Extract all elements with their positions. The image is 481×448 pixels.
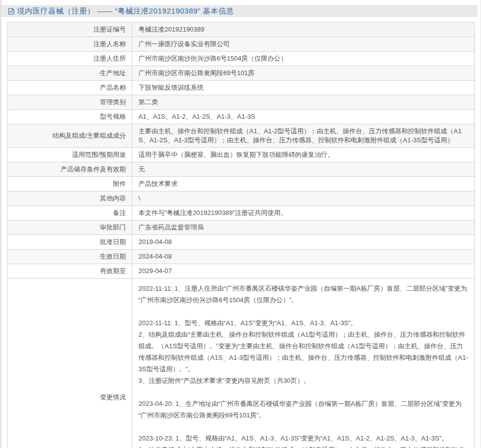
table-row: 管理类别第二类 [8,95,475,110]
change-paragraph-line: 3、注册证附件“产品技术要求”变更内容见附页（共30页）。 [138,375,468,386]
table-row: 型号规格A1、A1S、A1-2、A1-2S、A1-3、A1-3S [8,110,475,124]
row-value: 2024-04-08 [132,250,475,264]
row-label: 管理类别 [8,95,132,110]
document-icon [8,8,15,15]
row-label: 型号规格 [8,110,132,124]
row-value: 广州市南沙区南沙街兴沙路6号1504房（仅限办公） [132,52,475,66]
row-label: 批准日期 [8,235,132,250]
registration-info-table: 注册证编号粤械注准20192190389注册人名称广州一康医疗设备实业有限公司注… [7,22,475,448]
row-label: 注册人住所 [8,52,132,66]
row-value: 产品技术要求 [132,177,475,191]
row-value: \ [132,191,475,206]
row-value: 适用于脑卒中（脑梗塞、脑出血）恢复期下肢功能障碍的康复治疗。 [132,148,475,162]
row-value: 无 [132,162,475,177]
change-paragraph: 2023-04-20: 1、生产地址由“广州市番禺区石楼镇华姿产业园（自编第一期… [138,398,468,421]
row-label: 其他内容 [8,191,132,206]
change-paragraph-line: 2022-11-11: 1、型号、规格由“A1、A1S”变更为“A1、A1S、A… [138,317,468,329]
change-paragraph: 2022-11-11: 1、注册人住所由“广州市番禺区石楼镇华姿产业园（自编第一… [138,283,468,306]
table-row: 生效日期2024-04-08 [8,250,475,264]
change-paragraph-line: 2023-04-20: 1、生产地址由“广州市番禺区石楼镇华姿产业园（自编第一期… [138,398,468,421]
row-label: 附件 [8,177,132,191]
page-left-margin [0,0,2,448]
change-paragraph: 2023-10-23: 1、型号、规格由“A1、A1S、A1-3、A1-3S”变… [138,432,468,448]
change-paragraph-line: 2022-11-11: 1、注册人住所由“广州市番禺区石楼镇华姿产业园（自编第一… [138,283,468,306]
table-row: 产品储存条件及有效期无 [8,162,475,177]
table-row: 注册人名称广州一康医疗设备实业有限公司 [8,37,475,52]
row-value: A1、A1S、A1-2、A1-2S、A1-3、A1-3S [132,110,475,124]
row-value: 粤械注准20192190389 [132,23,475,37]
table-row: 适用范围/预期用途适用于脑卒中（脑梗塞、脑出血）恢复期下肢功能障碍的康复治疗。 [8,148,475,162]
row-label: 生产地址 [8,66,132,81]
row-value: 广东省药品监督管理局 [132,220,475,235]
table-row: 注册人住所广州市南沙区南沙街兴沙路6号1504房（仅限办公） [8,52,475,66]
row-label: 产品名称 [8,81,132,95]
row-label: 适用范围/预期用途 [8,148,132,162]
table-row: 有效期至2029-04-07 [8,264,475,279]
page-header: 境内医疗器械（注册） —— “粤械注准20192190389” 基本信息 [2,5,477,17]
row-label: 生效日期 [8,250,132,264]
row-value: 广州一康医疗设备实业有限公司 [132,37,475,52]
table-row: 附件产品技术要求 [8,177,475,191]
row-value: 2019-04-08 [132,235,475,250]
row-label: 注册证编号 [8,23,132,37]
table-row: 其他内容\ [8,191,475,206]
row-label: 审批部门 [8,220,132,235]
row-label: 注册人名称 [8,37,132,52]
table-row: 审批部门广东省药品监督管理局 [8,220,475,235]
table-row: 产品名称下肢智能反馈训练系统 [8,81,475,95]
row-value: 下肢智能反馈训练系统 [132,81,475,95]
row-value: 2029-04-07 [132,264,475,279]
row-label: 产品储存条件及有效期 [8,162,132,177]
table-row: 备注本文件与“粤械注准20192190389”注册证共同使用。 [8,206,475,220]
change-paragraph-line: 2023-10-23: 1、型号、规格由“A1、A1S、A1-3、A1-3S”变… [138,432,468,444]
change-history-row: 变更情况2022-11-11: 1、注册人住所由“广州市番禺区石楼镇华姿产业园（… [8,279,475,448]
change-history-value: 2022-11-11: 1、注册人住所由“广州市番禺区石楼镇华姿产业园（自编第一… [132,279,475,448]
row-label: 结构及组成/主要组成成分 [8,124,132,148]
table-row: 生产地址广州市南沙区市南公路黄阁段69号101房 [8,66,475,81]
change-paragraph: 2022-11-11: 1、型号、规格由“A1、A1S”变更为“A1、A1S、A… [138,317,468,386]
page-title: 境内医疗器械（注册） —— “粤械注准20192190389” 基本信息 [17,7,234,16]
row-value: 第二类 [132,95,475,110]
row-label: 变更情况 [8,279,132,448]
change-paragraph-line: 2、结构及组成由“主要由主机、操作台和控制软件组成（A1型号适用）；由主机、操作… [138,444,468,448]
row-value: 广州市南沙区市南公路黄阁段69号101房 [132,66,475,81]
change-paragraph-line: 2、结构及组成由“主要由主机、操作台和控制软件组成（A1型号适用）；由主机、操作… [138,329,468,375]
row-label: 备注 [8,206,132,220]
row-value: 本文件与“粤械注准20192190389”注册证共同使用。 [132,206,475,220]
row-value: 主要由主机、操作台和控制软件组成（A1、A1-2型号适用）；由主机、操作台、压力… [132,124,475,148]
row-label: 有效期至 [8,264,132,279]
table-row: 结构及组成/主要组成成分主要由主机、操作台和控制软件组成（A1、A1-2型号适用… [8,124,475,148]
table-row: 批准日期2019-04-08 [8,235,475,250]
table-row: 注册证编号粤械注准20192190389 [8,23,475,37]
